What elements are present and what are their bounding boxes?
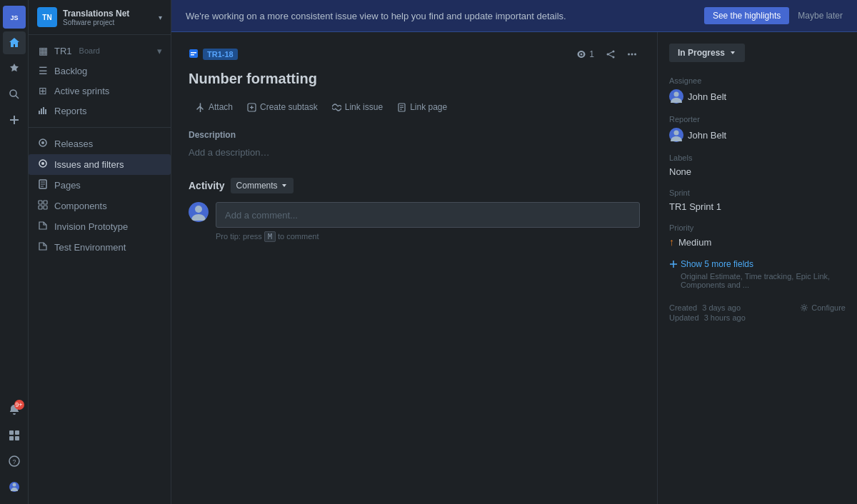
svg-rect-5 (10, 119, 19, 121)
notification-count: 9+ (14, 400, 24, 410)
description-add[interactable]: Add a description… (189, 144, 640, 161)
activity-filter-button[interactable]: Comments (231, 178, 294, 193)
priority-section: Priority ↑ Medium (669, 223, 846, 248)
breadcrumb: TR1-18 1 (189, 46, 640, 62)
attach-button[interactable]: Attach (189, 99, 240, 116)
status-label: In Progress (678, 48, 725, 58)
project-info: Translations Net Software project (63, 9, 153, 26)
board-chevron-icon: ▾ (157, 46, 162, 56)
status-button[interactable]: In Progress (669, 44, 745, 62)
sprint-section: Sprint TR1 Sprint 1 (669, 188, 846, 212)
banner-cta-button[interactable]: See the highlights (704, 7, 789, 24)
home-icon[interactable] (3, 31, 26, 54)
icon-rail: JS 9+ ? (0, 0, 29, 504)
updated-label: Updated (669, 313, 699, 322)
banner-text: We're working on a more consistent issue… (186, 11, 696, 21)
svg-point-2 (10, 90, 16, 96)
pages-icon (37, 179, 49, 191)
create-subtask-button[interactable]: Create subtask (240, 99, 325, 116)
svg-rect-17 (45, 109, 46, 114)
svg-point-54 (674, 131, 679, 136)
svg-point-33 (581, 54, 583, 56)
svg-text:JS: JS (10, 14, 18, 21)
board-sublabel: Board (79, 46, 100, 55)
backlog-icon: ☰ (37, 65, 49, 76)
svg-line-38 (608, 54, 613, 57)
link-page-button[interactable]: Link page (390, 99, 454, 116)
link-issue-label: Link issue (345, 102, 383, 112)
sidebar-item-board[interactable]: ▦ TR1 Board ▾ (29, 41, 171, 61)
activity-filter-label: Comments (236, 181, 278, 191)
created-label: Created (669, 303, 697, 312)
svg-rect-31 (191, 52, 196, 54)
watch-button[interactable]: 1 (573, 46, 597, 62)
sidebar-item-releases-label: Releases (54, 138, 93, 149)
pro-tip-key: M (264, 231, 276, 242)
invision-icon (37, 221, 49, 233)
help-icon[interactable]: ? (3, 450, 26, 473)
issue-main-panel: TR1-18 1 Number formatting (171, 32, 657, 504)
sidebar-item-board-label: TR1 (54, 46, 72, 56)
svg-point-39 (628, 54, 630, 56)
labels-text: None (669, 166, 691, 177)
configure-button[interactable]: Configure (800, 303, 846, 312)
app-logo[interactable]: JS (3, 6, 26, 29)
reporter-value[interactable]: John Belt (669, 128, 846, 142)
sidebar-item-invision[interactable]: Invision Prototype (29, 216, 171, 237)
svg-point-41 (634, 54, 636, 56)
activity-label: Activity (189, 180, 225, 191)
comment-input[interactable]: Add a comment... (216, 202, 640, 228)
show-more-fields-button[interactable]: Show 5 more fields (669, 259, 846, 269)
project-icon: TN (37, 7, 57, 27)
priority-value[interactable]: ↑ Medium (669, 236, 846, 248)
attach-label: Attach (209, 102, 233, 112)
sprint-label: Sprint (669, 188, 846, 197)
sidebar-item-issues[interactable]: Issues and filters (29, 154, 171, 175)
sidebar-item-reports[interactable]: Reports (29, 101, 171, 121)
notifications-icon[interactable]: 9+ (3, 398, 26, 421)
starred-icon[interactable] (3, 57, 26, 80)
comment-placeholder: Add a comment... (225, 210, 298, 221)
assignee-avatar (669, 89, 683, 104)
issues-icon (37, 158, 49, 171)
issue-view: TR1-18 1 Number formatting (171, 32, 857, 504)
watch-count: 1 (589, 49, 594, 59)
link-page-label: Link page (410, 102, 447, 112)
labels-value[interactable]: None (669, 166, 846, 177)
sidebar-item-components[interactable]: Components (29, 196, 171, 216)
svg-line-37 (608, 51, 613, 54)
sidebar-item-releases[interactable]: Releases (29, 133, 171, 154)
sidebar-item-backlog[interactable]: ☰ Backlog (29, 61, 171, 81)
apps-icon[interactable] (3, 424, 26, 447)
sidebar-item-pages[interactable]: Pages (29, 175, 171, 196)
link-issue-button[interactable]: Link issue (325, 99, 390, 116)
svg-rect-8 (9, 436, 14, 440)
more-fields-hint: Original Estimate, Time tracking, Epic L… (681, 272, 846, 289)
profile-icon[interactable] (3, 475, 26, 498)
issue-actions: Attach Create subtask Link issue Link pa… (189, 99, 640, 116)
sidebar-item-active-sprints-label: Active sprints (54, 86, 109, 96)
svg-rect-16 (43, 107, 44, 114)
updated-value: 3 hours ago (704, 313, 746, 322)
pro-tip-text: Pro tip: press (216, 232, 262, 241)
sidebar-item-test-env[interactable]: Test Environment (29, 237, 171, 258)
project-header[interactable]: TN Translations Net Software project ▾ (29, 0, 171, 35)
active-sprints-icon: ⊞ (37, 85, 49, 96)
sidebar-item-active-sprints[interactable]: ⊞ Active sprints (29, 81, 171, 101)
more-options-button[interactable] (624, 46, 640, 62)
sprint-value[interactable]: TR1 Sprint 1 (669, 201, 846, 212)
assignee-value[interactable]: John Belt (669, 89, 846, 104)
reporter-name: John Belt (688, 130, 726, 141)
share-button[interactable] (603, 46, 618, 62)
main-content: We're working on a more consistent issue… (171, 0, 857, 504)
priority-text: Medium (678, 237, 711, 248)
search-icon[interactable] (3, 83, 26, 106)
activity-header: Activity Comments (189, 178, 640, 193)
create-icon[interactable] (3, 109, 26, 131)
issue-key-badge[interactable]: TR1-18 (203, 49, 238, 60)
banner-dismiss-button[interactable]: Maybe later (798, 11, 843, 21)
svg-point-13 (12, 483, 16, 487)
issue-sidebar: In Progress Assignee John Belt Reporter (657, 32, 857, 504)
description-label: Description (189, 130, 640, 140)
pro-tip-suffix: to comment (278, 232, 319, 241)
